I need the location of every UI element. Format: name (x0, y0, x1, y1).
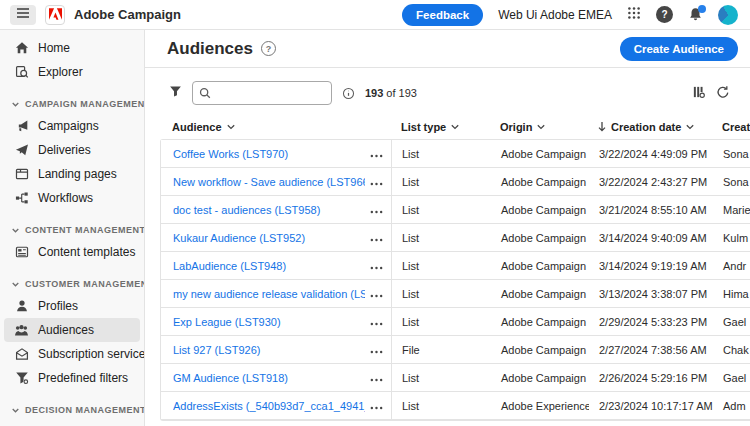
sidebar-item-label: Predefined filters (38, 371, 128, 385)
origin-cell: Adobe Campaign (491, 148, 589, 160)
table-header-row: Audience List type Origin Creation date (160, 114, 750, 139)
column-header-list_type[interactable]: List type (391, 121, 490, 133)
table-row: New workflow - Save audience (LST966) Li… (161, 168, 750, 196)
creation-date-cell: 3/13/2024 3:38:07 PM (589, 288, 713, 300)
org-switcher[interactable]: Web Ui Adobe EMEA (498, 8, 612, 22)
audience-link[interactable]: List 927 (LST926) (173, 344, 365, 356)
page-help-icon[interactable]: ? (261, 41, 276, 56)
sidebar-section-content-management[interactable]: CONTENT MANAGEMENT (0, 220, 144, 240)
row-actions-button[interactable] (365, 368, 388, 387)
list-type-cell: List (392, 232, 491, 244)
sidebar-item-deliveries[interactable]: Deliveries (4, 138, 140, 162)
audience-link[interactable]: New workflow - Save audience (LST966) (173, 176, 365, 188)
audience-link[interactable]: LabAudience (LST948) (173, 260, 365, 272)
column-header-creation_date[interactable]: Creation date (588, 121, 712, 133)
audience-link[interactable]: GM Audience (LST918) (173, 372, 365, 384)
row-actions-button[interactable] (365, 256, 388, 275)
sidebar-item-workflows[interactable]: Workflows (4, 186, 140, 210)
column-header-label: Created by (722, 121, 750, 133)
column-settings-button[interactable] (692, 85, 706, 102)
row-actions-button[interactable] (365, 172, 388, 191)
audience-link[interactable]: my new audience release validation (LST9… (173, 288, 365, 300)
audience-link[interactable]: Coffee Works (LST970) (173, 148, 365, 160)
workflows-icon (14, 191, 29, 206)
list-type-cell: List (392, 288, 491, 300)
row-actions-button[interactable] (365, 200, 388, 219)
sidebar-item-profiles[interactable]: Profiles (4, 294, 140, 318)
hamburger-icon (16, 7, 30, 22)
audience-cell: LabAudience (LST948) (161, 252, 392, 279)
column-settings-icon (692, 85, 706, 102)
chevron-down-icon (686, 124, 694, 130)
row-actions-button[interactable] (365, 312, 388, 331)
sidebar-item-campaigns[interactable]: Campaigns (4, 114, 140, 138)
creation-date-cell: 3/22/2024 2:43:27 PM (589, 176, 713, 188)
sidebar-item-subscription-services[interactable]: Subscription services (4, 342, 140, 366)
column-header-label: List type (401, 121, 446, 133)
audience-link[interactable]: AddressExists (_540b93d7_cca1_4941_a032_… (173, 400, 365, 412)
sidebar-item-audiences[interactable]: Audiences (4, 318, 140, 342)
table-row: Exp League (LST930) List Adobe Campaign … (161, 308, 750, 336)
chevron-down-icon (451, 124, 459, 130)
sidebar-item-label: Content templates (38, 245, 135, 259)
row-actions-button[interactable] (365, 228, 388, 247)
sidebar-section-customer-management[interactable]: CUSTOMER MANAGEMENT (0, 274, 144, 294)
origin-cell: Adobe Campaign (491, 176, 589, 188)
column-header-audience[interactable]: Audience (160, 121, 391, 133)
feedback-button[interactable]: Feedback (402, 4, 483, 26)
column-header-label: Audience (172, 121, 222, 133)
sidebar-item-predefined-filters[interactable]: Predefined filters (4, 366, 140, 390)
row-actions-button[interactable] (365, 284, 388, 303)
audience-cell: my new audience release validation (LST9… (161, 280, 392, 307)
page-header: Audiences ? Create Audience (145, 30, 750, 68)
list-type-cell: List (392, 316, 491, 328)
app-title: Adobe Campaign (74, 7, 181, 22)
sidebar-item-content-templates[interactable]: Content templates (4, 240, 140, 264)
created-by-cell: Andr (713, 260, 750, 272)
notification-badge (698, 5, 706, 13)
row-actions-button[interactable] (365, 340, 388, 359)
refresh-icon (716, 85, 730, 102)
help-icon[interactable]: ? (656, 6, 673, 23)
sidebar-item-home[interactable]: Home (4, 36, 140, 60)
table-row: my new audience release validation (LST9… (161, 280, 750, 308)
sidebar-item-label: Subscription services (38, 347, 145, 361)
row-actions-button[interactable] (365, 144, 388, 163)
sidebar-item-landing-pages[interactable]: Landing pages (4, 162, 140, 186)
sidebar-item-explorer[interactable]: Explorer (4, 60, 140, 84)
origin-cell: Adobe Campaign (491, 288, 589, 300)
audience-cell: doc test - audiences (LST958) (161, 196, 392, 223)
subscription-services-icon (14, 347, 29, 362)
toolbar: 193 of 193 (145, 78, 750, 108)
row-actions-button[interactable] (365, 396, 388, 415)
notifications-button[interactable] (688, 7, 703, 22)
info-icon[interactable] (342, 87, 355, 100)
audience-cell: Coffee Works (LST970) (161, 140, 392, 167)
create-audience-button[interactable]: Create Audience (620, 37, 738, 61)
hamburger-menu-button[interactable] (10, 5, 36, 25)
chevron-down-icon (12, 408, 19, 413)
avatar[interactable] (718, 5, 738, 25)
column-header-origin[interactable]: Origin (490, 121, 588, 133)
list-type-cell: List (392, 372, 491, 384)
search-input[interactable] (216, 86, 325, 100)
sidebar-item-label: Profiles (38, 299, 78, 313)
sort-descending-icon (598, 121, 606, 132)
sidebar-item-partial[interactable] (4, 420, 140, 426)
chevron-down-icon (537, 124, 545, 130)
chevron-down-icon (12, 282, 19, 287)
sidebar-item-label: Explorer (38, 65, 83, 79)
audience-link[interactable]: doc test - audiences (LST958) (173, 204, 365, 216)
refresh-button[interactable] (716, 85, 730, 102)
filter-button[interactable] (169, 85, 182, 101)
audience-cell: List 927 (LST926) (161, 336, 392, 363)
sidebar-section-decision-management[interactable]: DECISION MANAGEMENT (0, 400, 144, 420)
app-switcher-button[interactable] (627, 6, 641, 23)
column-header-created_by[interactable]: Created by (712, 121, 750, 133)
predefined-filters-icon (14, 371, 29, 386)
sidebar-item-label: Workflows (38, 191, 93, 205)
audience-link[interactable]: Kukaur Audience (LST952) (173, 232, 365, 244)
audience-link[interactable]: Exp League (LST930) (173, 316, 365, 328)
sidebar-section-campaign-management[interactable]: CAMPAIGN MANAGEMENT (0, 94, 144, 114)
list-type-cell: List (392, 204, 491, 216)
